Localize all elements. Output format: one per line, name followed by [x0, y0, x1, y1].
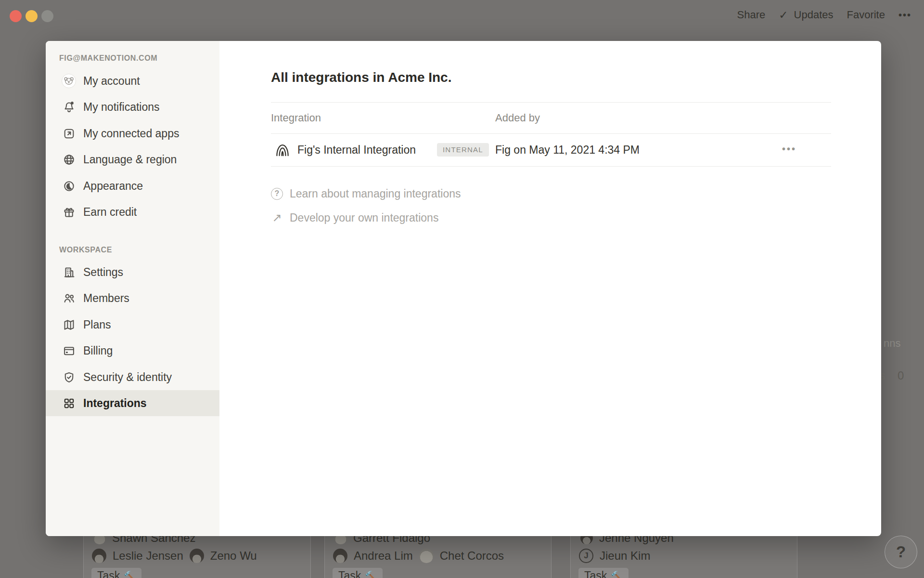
task-tag: Task 🔨 [578, 568, 629, 578]
sidebar-item-language-region[interactable]: Language & region [46, 146, 219, 172]
sidebar-item-appearance[interactable]: Appearance [46, 173, 219, 199]
zoom-button[interactable] [41, 10, 53, 22]
bell-icon [62, 100, 76, 114]
updates-button[interactable]: ✓ Updates [779, 9, 833, 22]
person-name: Andrea Lim [354, 549, 413, 563]
hammer-icon: 🔨 [365, 570, 377, 578]
workspace-header: WORKSPACE [59, 245, 112, 255]
gift-icon [62, 205, 76, 219]
sidebar-item-earn-credit[interactable]: Earn credit [46, 199, 219, 225]
settings-modal: FIG@MAKENOTION.COM My account [46, 41, 881, 536]
avatar-initial: J [579, 549, 593, 563]
sidebar-item-integrations[interactable]: Integrations [46, 390, 219, 416]
grid-icon [62, 396, 76, 410]
internal-badge: INTERNAL [437, 143, 489, 157]
clipped-count-row: s0 [879, 369, 904, 382]
fig-integration-icon [274, 142, 291, 158]
check-icon: ✓ [779, 9, 788, 22]
avatar [419, 549, 434, 563]
integration-name: Fig's Internal Integration [297, 133, 416, 166]
board-card: Garrett Fidalgo Andrea Lim Chet Corcos T… [324, 529, 552, 578]
sidebar-item-members[interactable]: Members [46, 285, 219, 311]
row-bottom-border [271, 166, 831, 167]
page-title: All integrations in Acme Inc. [271, 70, 451, 85]
square-arrow-icon [62, 126, 76, 141]
sidebar-item-plans[interactable]: Plans [46, 312, 219, 338]
column-header-added-by: Added by [495, 102, 540, 133]
count-value: 0 [898, 369, 904, 382]
window-controls [10, 10, 53, 22]
person-name: Jieun Kim [600, 549, 650, 563]
sidebar-item-my-notifications[interactable]: My notifications [46, 94, 219, 120]
added-by-value: Fig on May 11, 2021 4:34 PM [495, 133, 640, 166]
sidebar-item-my-account[interactable]: My account [46, 68, 219, 94]
app-window: Share ✓ Updates Favorite ••• Shawn Sanch… [0, 0, 924, 578]
favorite-button[interactable]: Favorite [847, 9, 885, 21]
map-icon [62, 317, 76, 332]
help-button[interactable]: ? [885, 536, 917, 568]
table-top-border [271, 102, 831, 103]
moon-icon [62, 179, 76, 193]
settings-sidebar: FIG@MAKENOTION.COM My account [46, 41, 219, 536]
develop-integrations-link[interactable]: ↗ Develop your own integrations [271, 210, 438, 226]
globe-icon [62, 152, 76, 167]
sidebar-item-settings[interactable]: Settings [46, 259, 219, 285]
board-card: Shawn Sanchez Leslie Jensen Zeno Wu Task… [83, 529, 311, 578]
avatar [190, 549, 204, 563]
person-name: Chet Corcos [440, 549, 504, 563]
link-label: Learn about managing integrations [290, 187, 461, 200]
building-icon [62, 265, 76, 279]
board-card: Jenne Nguyen J Jieun Kim Task 🔨 [570, 529, 797, 578]
avatar [92, 549, 106, 563]
integration-row[interactable]: Fig's Internal Integration INTERNAL Fig … [271, 133, 831, 166]
person-name: Zeno Wu [210, 549, 257, 563]
clipped-column-text: nns [884, 337, 900, 350]
hammer-icon: 🔨 [124, 570, 136, 578]
learn-integrations-link[interactable]: ? Learn about managing integrations [271, 185, 461, 202]
row-more-icon[interactable]: ••• [782, 133, 796, 166]
user-avatar [62, 74, 76, 88]
credit-card-icon [62, 343, 76, 358]
people-icon [62, 291, 76, 305]
person-name: Leslie Jensen [113, 549, 183, 563]
updates-label: Updates [794, 9, 834, 21]
close-button[interactable] [10, 10, 22, 22]
column-header-integration: Integration [271, 102, 321, 133]
help-circle-icon: ? [271, 188, 283, 200]
shield-check-icon [62, 370, 76, 384]
arrow-up-right-icon: ↗ [271, 211, 283, 224]
hammer-icon: 🔨 [611, 570, 623, 578]
sidebar-item-security-identity[interactable]: Security & identity [46, 364, 219, 390]
share-button[interactable]: Share [737, 9, 766, 21]
link-label: Develop your own integrations [290, 211, 438, 224]
sidebar-item-my-connected-apps[interactable]: My connected apps [46, 120, 219, 146]
account-email-header: FIG@MAKENOTION.COM [59, 53, 157, 64]
more-icon[interactable]: ••• [898, 10, 911, 21]
titlebar-actions: Share ✓ Updates Favorite ••• [737, 0, 911, 30]
sidebar-item-billing[interactable]: Billing [46, 338, 219, 364]
avatar [333, 549, 347, 563]
minimize-button[interactable] [26, 10, 38, 22]
task-tag: Task 🔨 [333, 568, 383, 578]
task-tag: Task 🔨 [91, 568, 141, 578]
